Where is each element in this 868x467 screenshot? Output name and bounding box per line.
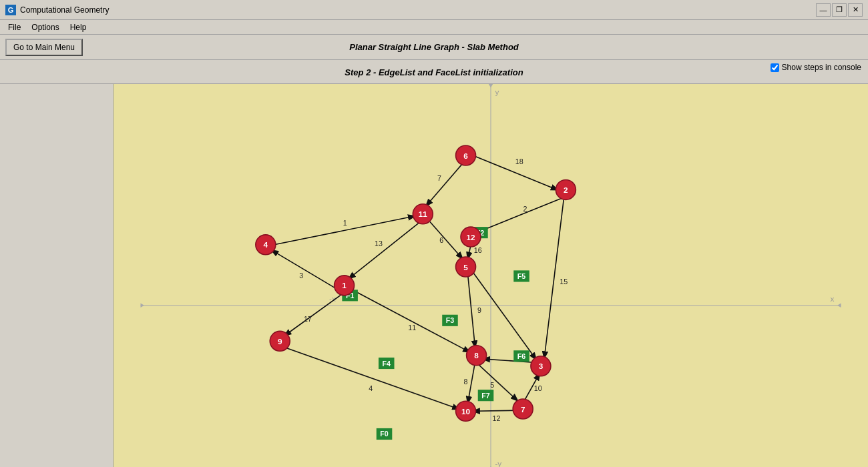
main-title: Planar Straight Line Graph - Slab Method [349,42,519,52]
toolbar: Go to Main Menu Planar Straight Line Gra… [0,35,868,60]
edge-1-9 [285,294,343,336]
menu-bar: File Options Help [0,20,868,35]
edge-5-8 [468,276,475,347]
edge-label-15: 15 [560,278,568,286]
edge-label-9: 9 [477,306,481,314]
show-steps-container: Show steps in console [771,63,861,72]
app-icon: G [5,5,16,15]
x-axis-arrow-right [837,304,841,308]
edge-label-10: 10 [534,384,542,392]
window-title: Computational Geometry [20,5,816,15]
go-to-main-menu-button[interactable]: Go to Main Menu [5,39,83,56]
edge-label-17: 17 [304,315,312,323]
edge-11-1 [349,223,419,278]
face-F3-label: F3 [446,316,455,324]
minimize-button[interactable]: — [816,3,831,17]
edge-label-4: 4 [369,384,373,392]
edge-11-5 [430,222,462,259]
show-steps-checkbox[interactable] [771,63,779,72]
top-section: Go to Main Menu Planar Straight Line Gra… [0,35,868,84]
node-9-label: 9 [278,337,282,346]
content-area: x -x y -y 7 18 2 1 13 6 [0,84,868,467]
edge-label-5: 5 [490,381,494,389]
node-6-label: 6 [463,151,468,160]
node-4-label: 4 [264,240,268,249]
face-F4-label: F4 [382,360,391,368]
face-F0-label: F0 [380,430,389,438]
node-2-label: 2 [564,185,568,194]
close-button[interactable]: ✕ [848,3,863,17]
edge-7-10 [473,410,517,411]
face-F7-label: F7 [481,392,490,400]
canvas-container: x -x y -y 7 18 2 1 13 6 [114,84,868,467]
menu-options[interactable]: Options [26,21,64,33]
face-F5-label: F5 [517,272,526,280]
title-bar: G Computational Geometry — ❐ ✕ [0,0,868,20]
edge-label-16: 16 [474,246,482,254]
edge-label-1: 1 [343,219,347,227]
edge-label-2: 2 [523,205,527,213]
edge-label-7: 7 [437,174,441,182]
edge-label-8: 8 [464,378,468,386]
edge-label-13: 13 [375,240,383,248]
face-F6-label: F6 [517,352,526,360]
y-axis-label: y [495,87,499,96]
edge-label-6: 6 [439,236,443,244]
y-axis-arrow-top [489,84,493,87]
edge-label-11: 11 [408,324,416,332]
node-12-label: 12 [466,233,475,242]
sidebar-left [0,84,114,467]
show-steps-text: Show steps in console [782,63,861,72]
neg-y-axis-label: -y [495,459,501,467]
edge-label-18: 18 [515,157,523,165]
x-axis-label: x [830,294,834,303]
svg-text:G: G [8,6,14,14]
step-label: Step 2 - EdgeList and FaceList initializ… [0,63,868,80]
node-10-label: 10 [461,407,471,416]
edge-6-11 [427,164,463,205]
edge-1-4 [272,250,339,290]
window-controls: — ❐ ✕ [816,3,863,17]
node-7-label: 7 [521,405,525,414]
node-3-label: 3 [539,362,544,370]
node-5-label: 5 [463,263,468,272]
x-axis-arrow-left [141,304,144,308]
edge-9-10 [287,348,459,409]
node-11-label: 11 [419,209,428,218]
edge-2-12 [477,198,562,232]
edge-label-3: 3 [299,272,303,280]
edge-label-12: 12 [493,414,501,422]
maximize-button[interactable]: ❐ [832,3,847,17]
menu-file[interactable]: File [3,21,26,33]
node-8-label: 8 [474,351,479,360]
edge-5-3 [472,271,535,359]
menu-help[interactable]: Help [65,21,92,33]
graph-svg: x -x y -y 7 18 2 1 13 6 [114,84,868,467]
edge-8-10 [468,362,475,402]
node-1-label: 1 [342,281,347,290]
